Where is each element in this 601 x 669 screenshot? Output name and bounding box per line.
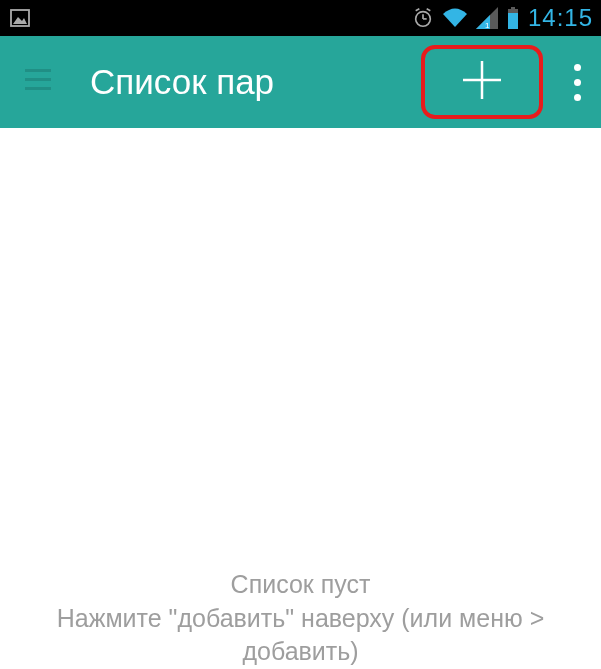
wifi-icon [442, 7, 468, 29]
plus-icon [457, 55, 507, 109]
empty-state-text: Список пуст Нажмите "добавить" наверху (… [0, 568, 601, 669]
svg-line-5 [416, 9, 420, 11]
overflow-menu-button[interactable] [565, 52, 589, 112]
svg-rect-13 [25, 69, 51, 72]
page-title: Список пар [90, 62, 405, 102]
image-icon [8, 6, 32, 30]
svg-rect-14 [25, 78, 51, 81]
add-button[interactable] [421, 45, 543, 119]
dot-icon [574, 94, 581, 101]
status-left [8, 6, 32, 30]
empty-line-1: Список пуст [8, 568, 593, 602]
svg-rect-12 [508, 13, 518, 29]
battery-icon [506, 7, 520, 29]
content-area: Список пуст Нажмите "добавить" наверху (… [0, 128, 601, 669]
alarm-icon [412, 7, 434, 29]
clock: 14:15 [528, 4, 593, 32]
svg-line-6 [427, 9, 431, 11]
svg-rect-11 [511, 7, 515, 9]
dot-icon [574, 64, 581, 71]
hamburger-icon [25, 69, 51, 95]
status-bar: 1 14:15 [0, 0, 601, 36]
dot-icon [574, 79, 581, 86]
app-bar: Список пар [0, 36, 601, 128]
svg-text:1: 1 [485, 21, 490, 29]
empty-line-2: Нажмите "добавить" наверху (или меню > д… [8, 602, 593, 670]
svg-rect-15 [25, 87, 51, 90]
menu-button[interactable] [20, 64, 56, 100]
signal-icon: 1 [476, 7, 498, 29]
status-right: 1 14:15 [412, 4, 593, 32]
svg-marker-1 [13, 17, 27, 24]
